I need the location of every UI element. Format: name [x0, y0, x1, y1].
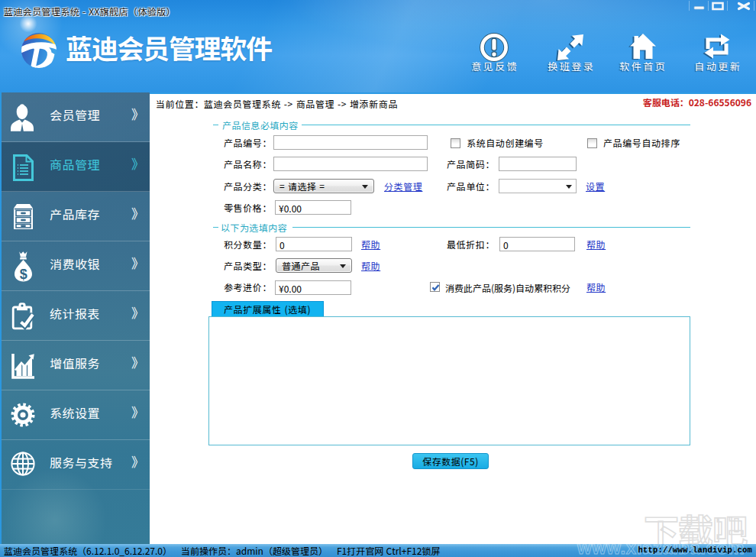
- svg-text:$: $: [20, 267, 27, 282]
